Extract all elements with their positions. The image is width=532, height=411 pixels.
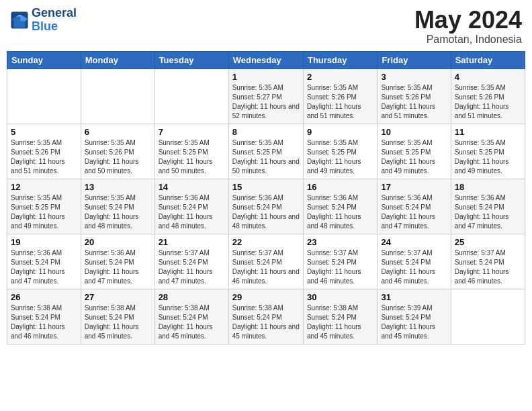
calendar-cell: 12Sunrise: 5:35 AM Sunset: 5:25 PM Dayli…: [7, 179, 81, 234]
weekday-header-wednesday: Wednesday: [228, 51, 303, 68]
day-info: Sunrise: 5:35 AM Sunset: 5:25 PM Dayligh…: [159, 138, 225, 176]
day-info: Sunrise: 5:36 AM Sunset: 5:24 PM Dayligh…: [85, 248, 151, 286]
calendar-week-row: 19Sunrise: 5:36 AM Sunset: 5:24 PM Dayli…: [7, 234, 525, 289]
day-info: Sunrise: 5:36 AM Sunset: 5:24 PM Dayligh…: [11, 248, 77, 286]
weekday-header-thursday: Thursday: [303, 51, 377, 68]
calendar-cell: 11Sunrise: 5:35 AM Sunset: 5:25 PM Dayli…: [451, 124, 525, 179]
day-info: Sunrise: 5:35 AM Sunset: 5:25 PM Dayligh…: [455, 138, 521, 176]
day-number: 4: [455, 72, 521, 82]
day-info: Sunrise: 5:36 AM Sunset: 5:24 PM Dayligh…: [232, 193, 300, 231]
calendar-cell: 9Sunrise: 5:35 AM Sunset: 5:25 PM Daylig…: [303, 124, 377, 179]
calendar-cell: 26Sunrise: 5:38 AM Sunset: 5:24 PM Dayli…: [7, 289, 81, 344]
day-info: Sunrise: 5:35 AM Sunset: 5:25 PM Dayligh…: [11, 193, 77, 231]
day-info: Sunrise: 5:37 AM Sunset: 5:24 PM Dayligh…: [455, 248, 521, 286]
day-info: Sunrise: 5:36 AM Sunset: 5:24 PM Dayligh…: [159, 193, 225, 231]
day-info: Sunrise: 5:38 AM Sunset: 5:24 PM Dayligh…: [85, 304, 151, 341]
weekday-header-sunday: Sunday: [7, 51, 81, 68]
day-number: 25: [455, 237, 521, 247]
day-info: Sunrise: 5:35 AM Sunset: 5:24 PM Dayligh…: [85, 193, 151, 231]
day-number: 28: [159, 292, 225, 302]
day-info: Sunrise: 5:36 AM Sunset: 5:24 PM Dayligh…: [381, 193, 447, 231]
weekday-header-saturday: Saturday: [451, 51, 525, 68]
calendar-cell: 4Sunrise: 5:35 AM Sunset: 5:26 PM Daylig…: [451, 68, 525, 124]
day-number: 10: [381, 127, 447, 137]
calendar-cell: [7, 68, 81, 124]
day-number: 18: [455, 182, 521, 192]
day-info: Sunrise: 5:35 AM Sunset: 5:25 PM Dayligh…: [232, 138, 300, 176]
day-number: 16: [307, 182, 373, 192]
calendar-week-row: 5Sunrise: 5:35 AM Sunset: 5:26 PM Daylig…: [7, 124, 525, 179]
day-info: Sunrise: 5:35 AM Sunset: 5:26 PM Dayligh…: [455, 83, 521, 121]
calendar-cell: 8Sunrise: 5:35 AM Sunset: 5:25 PM Daylig…: [228, 124, 303, 179]
calendar-cell: 1Sunrise: 5:35 AM Sunset: 5:27 PM Daylig…: [228, 68, 303, 124]
day-number: 24: [381, 237, 447, 247]
day-info: Sunrise: 5:35 AM Sunset: 5:26 PM Dayligh…: [11, 138, 77, 176]
calendar-cell: 18Sunrise: 5:36 AM Sunset: 5:24 PM Dayli…: [451, 179, 525, 234]
day-number: 2: [307, 72, 373, 82]
calendar-cell: 25Sunrise: 5:37 AM Sunset: 5:24 PM Dayli…: [451, 234, 525, 289]
day-info: Sunrise: 5:38 AM Sunset: 5:24 PM Dayligh…: [232, 304, 300, 341]
day-number: 9: [307, 127, 373, 137]
day-number: 27: [85, 292, 151, 302]
day-info: Sunrise: 5:36 AM Sunset: 5:24 PM Dayligh…: [307, 193, 373, 231]
calendar-cell: 23Sunrise: 5:37 AM Sunset: 5:24 PM Dayli…: [303, 234, 377, 289]
day-info: Sunrise: 5:37 AM Sunset: 5:24 PM Dayligh…: [381, 248, 447, 286]
day-number: 3: [381, 72, 447, 82]
calendar-cell: 21Sunrise: 5:37 AM Sunset: 5:24 PM Dayli…: [154, 234, 228, 289]
day-number: 20: [85, 237, 151, 247]
calendar-week-row: 26Sunrise: 5:38 AM Sunset: 5:24 PM Dayli…: [7, 289, 525, 344]
day-number: 19: [11, 237, 77, 247]
day-number: 30: [307, 292, 373, 302]
day-number: 26: [11, 292, 77, 302]
calendar-cell: 5Sunrise: 5:35 AM Sunset: 5:26 PM Daylig…: [7, 124, 81, 179]
calendar-cell: 16Sunrise: 5:36 AM Sunset: 5:24 PM Dayli…: [303, 179, 377, 234]
day-info: Sunrise: 5:38 AM Sunset: 5:24 PM Dayligh…: [159, 304, 225, 341]
day-number: 7: [159, 127, 225, 137]
day-number: 5: [11, 127, 77, 137]
day-info: Sunrise: 5:35 AM Sunset: 5:27 PM Dayligh…: [232, 83, 300, 121]
day-info: Sunrise: 5:35 AM Sunset: 5:25 PM Dayligh…: [307, 138, 373, 176]
day-info: Sunrise: 5:36 AM Sunset: 5:24 PM Dayligh…: [455, 193, 521, 231]
day-number: 14: [159, 182, 225, 192]
calendar-cell: 7Sunrise: 5:35 AM Sunset: 5:25 PM Daylig…: [154, 124, 228, 179]
day-number: 31: [381, 292, 447, 302]
day-number: 17: [381, 182, 447, 192]
calendar-week-row: 1Sunrise: 5:35 AM Sunset: 5:27 PM Daylig…: [7, 68, 525, 124]
calendar-cell: 22Sunrise: 5:37 AM Sunset: 5:24 PM Dayli…: [228, 234, 303, 289]
day-info: Sunrise: 5:35 AM Sunset: 5:26 PM Dayligh…: [381, 83, 447, 121]
logo: General Blue: [10, 7, 77, 34]
location-title: Pamotan, Indonesia: [414, 34, 522, 46]
calendar-cell: 20Sunrise: 5:36 AM Sunset: 5:24 PM Dayli…: [81, 234, 154, 289]
day-info: Sunrise: 5:35 AM Sunset: 5:25 PM Dayligh…: [381, 138, 447, 176]
calendar-cell: 30Sunrise: 5:38 AM Sunset: 5:24 PM Dayli…: [303, 289, 377, 344]
day-number: 15: [232, 182, 300, 192]
day-number: 12: [11, 182, 77, 192]
calendar-cell: 10Sunrise: 5:35 AM Sunset: 5:25 PM Dayli…: [378, 124, 451, 179]
day-info: Sunrise: 5:38 AM Sunset: 5:24 PM Dayligh…: [11, 304, 77, 341]
calendar-cell: 24Sunrise: 5:37 AM Sunset: 5:24 PM Dayli…: [378, 234, 451, 289]
weekday-header-monday: Monday: [81, 51, 154, 68]
day-number: 22: [232, 237, 300, 247]
day-info: Sunrise: 5:35 AM Sunset: 5:26 PM Dayligh…: [307, 83, 373, 121]
logo-icon: [10, 11, 29, 30]
calendar-cell: 27Sunrise: 5:38 AM Sunset: 5:24 PM Dayli…: [81, 289, 154, 344]
calendar-cell: 29Sunrise: 5:38 AM Sunset: 5:24 PM Dayli…: [228, 289, 303, 344]
calendar-cell: 28Sunrise: 5:38 AM Sunset: 5:24 PM Dayli…: [154, 289, 228, 344]
calendar-cell: [81, 68, 154, 124]
day-info: Sunrise: 5:37 AM Sunset: 5:24 PM Dayligh…: [159, 248, 225, 286]
day-number: 13: [85, 182, 151, 192]
calendar-week-row: 12Sunrise: 5:35 AM Sunset: 5:25 PM Dayli…: [7, 179, 525, 234]
month-title: May 2024: [414, 7, 522, 34]
day-number: 8: [232, 127, 300, 137]
day-number: 23: [307, 237, 373, 247]
page-header: General Blue May 2024 Pamotan, Indonesia: [7, 7, 525, 46]
calendar-cell: [154, 68, 228, 124]
day-number: 1: [232, 72, 300, 82]
calendar-cell: 6Sunrise: 5:35 AM Sunset: 5:26 PM Daylig…: [81, 124, 154, 179]
weekday-header-friday: Friday: [378, 51, 451, 68]
calendar-table: SundayMondayTuesdayWednesdayThursdayFrid…: [7, 51, 525, 345]
calendar-cell: 31Sunrise: 5:39 AM Sunset: 5:24 PM Dayli…: [378, 289, 451, 344]
day-info: Sunrise: 5:38 AM Sunset: 5:24 PM Dayligh…: [307, 304, 373, 341]
calendar-cell: [451, 289, 525, 344]
title-block: May 2024 Pamotan, Indonesia: [414, 7, 522, 46]
